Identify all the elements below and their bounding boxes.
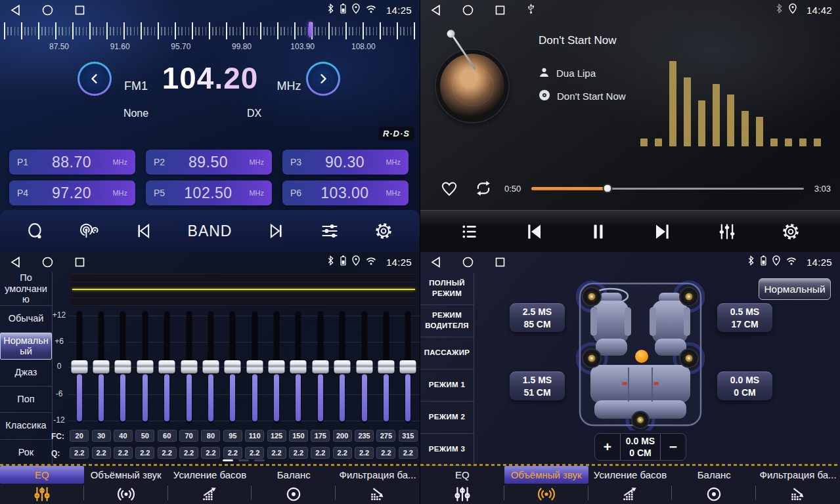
eq-slider-handle[interactable]	[225, 360, 241, 373]
car-seats-graphic[interactable]	[576, 278, 705, 430]
pause-button[interactable]	[589, 222, 608, 242]
nav-back-button[interactable]	[11, 257, 20, 268]
tune-down-button[interactable]	[135, 222, 152, 240]
progress-bar[interactable]	[531, 188, 803, 190]
q-value-box[interactable]: 2.2	[70, 447, 89, 459]
fc-value-box[interactable]: 95	[223, 430, 242, 442]
delay-front-right-button[interactable]: 0.5 MS17 CM	[717, 303, 772, 332]
eq-slider-handle[interactable]	[246, 360, 263, 373]
equalizer-button[interactable]	[718, 222, 736, 241]
fc-value-box[interactable]: 150	[289, 430, 308, 442]
nav-home-button[interactable]	[42, 5, 53, 16]
delay-rear-left-button[interactable]: 1.5 MS51 CM	[510, 371, 565, 400]
eq-slider-handle[interactable]	[269, 360, 285, 373]
band-button[interactable]: BAND	[188, 222, 232, 240]
eq-slider-handle[interactable]	[378, 360, 394, 373]
eq-preset-5[interactable]: Поп	[0, 387, 52, 413]
delay-front-left-button[interactable]: 2.5 MS85 CM	[510, 303, 565, 332]
tab-bass-boost[interactable]: Усиление басов	[168, 466, 252, 504]
q-value-box[interactable]: 2.2	[311, 447, 330, 459]
fc-value-box[interactable]: 200	[333, 430, 352, 442]
fc-value-box[interactable]: 275	[376, 430, 395, 442]
scan-button[interactable]	[27, 222, 44, 240]
eq-slider-handle[interactable]	[93, 360, 110, 373]
eq-slider-handle[interactable]	[115, 360, 131, 373]
fc-value-box[interactable]: 125	[267, 430, 286, 442]
eq-slider-handle[interactable]	[400, 360, 416, 373]
eq-slider-handle[interactable]	[290, 360, 307, 373]
surround-mode-1[interactable]: ПОЛНЫЙ РЕЖИМ	[420, 273, 474, 305]
q-value-box[interactable]: 2.2	[289, 447, 308, 459]
tab-surround-sound[interactable]: Объёмный звук	[504, 466, 588, 504]
q-value-box[interactable]: 2.2	[158, 447, 177, 459]
eq-preset-4[interactable]: Джаз	[0, 360, 52, 387]
nav-recents-button[interactable]	[75, 5, 85, 15]
stepper-plus-button[interactable]: +	[595, 434, 620, 460]
previous-track-button[interactable]	[524, 222, 544, 242]
tab-surround-sound[interactable]: Объёмный звук	[84, 466, 168, 504]
fc-value-box[interactable]: 80	[201, 430, 220, 442]
q-value-box[interactable]: 2.2	[399, 447, 418, 459]
q-value-box[interactable]: 2.2	[267, 447, 286, 459]
progress-knob[interactable]	[603, 184, 613, 194]
surround-mode-3[interactable]: ПАССАЖИР	[420, 337, 474, 369]
eq-preset-6[interactable]: Классика	[0, 413, 52, 440]
fc-value-box[interactable]: 110	[245, 430, 264, 442]
preset-button-p4[interactable]: P497.20MHz	[9, 180, 135, 205]
q-value-box[interactable]: 2.2	[376, 447, 395, 459]
surround-mode-5[interactable]: РЕЖИМ 2	[420, 402, 474, 434]
eq-preset-2[interactable]: Обычай	[0, 306, 52, 333]
surround-mode-6[interactable]: РЕЖИМ 3	[420, 434, 474, 466]
surround-mode-2[interactable]: РЕЖИМ ВОДИТЕЛЯ	[420, 305, 474, 337]
repeat-button[interactable]	[473, 180, 494, 197]
tab-filter[interactable]: Фильтрация ба...	[756, 466, 840, 504]
tab-filter[interactable]: Фильтрация ба...	[336, 466, 420, 504]
eq-slider-handle[interactable]	[202, 360, 219, 373]
q-value-box[interactable]: 2.2	[201, 447, 220, 459]
fc-value-box[interactable]: 60	[158, 430, 177, 442]
eq-slider-handle[interactable]	[159, 360, 175, 373]
surround-mode-4[interactable]: РЕЖИМ 1	[420, 369, 474, 402]
fc-value-box[interactable]: 50	[135, 430, 154, 442]
eq-slider-handle[interactable]	[181, 360, 197, 373]
playlist-button[interactable]	[460, 223, 479, 240]
q-value-box[interactable]: 2.2	[245, 447, 264, 459]
eq-preset-3[interactable]: Нормальный	[0, 333, 52, 360]
eq-slider-handle[interactable]	[71, 360, 87, 373]
nav-back-button[interactable]	[431, 5, 441, 16]
frequency-dial[interactable]	[4, 22, 416, 40]
tab-balance[interactable]: Баланс	[252, 466, 336, 504]
q-value-box[interactable]: 2.2	[179, 447, 198, 459]
fc-value-box[interactable]: 30	[92, 430, 111, 442]
next-track-button[interactable]	[653, 222, 673, 242]
preset-button-p2[interactable]: P289.50MHz	[146, 150, 272, 175]
tab-bass-boost[interactable]: Усиление басов	[588, 466, 673, 504]
preset-button-p5[interactable]: P5102.50MHz	[146, 180, 272, 205]
q-value-box[interactable]: 2.2	[333, 447, 352, 459]
tab-eq[interactable]: EQ	[420, 466, 504, 504]
nav-recents-button[interactable]	[75, 257, 85, 267]
preset-button-p3[interactable]: P390.30MHz	[282, 150, 409, 175]
fc-value-box[interactable]: 70	[179, 430, 198, 442]
tab-eq[interactable]: EQ	[0, 466, 84, 504]
fc-value-box[interactable]: 175	[311, 430, 330, 442]
fc-value-box[interactable]: 20	[70, 430, 89, 442]
fc-value-box[interactable]: 40	[114, 430, 133, 442]
eq-slider-handle[interactable]	[137, 360, 153, 373]
tab-balance[interactable]: Баланс	[672, 466, 756, 504]
seek-up-button[interactable]	[306, 62, 340, 96]
nav-home-button[interactable]	[462, 5, 474, 16]
nav-back-button[interactable]	[11, 5, 20, 16]
tune-up-button[interactable]	[268, 222, 285, 240]
settings-gear-button[interactable]	[782, 222, 800, 241]
stepper-minus-button[interactable]: −	[661, 434, 686, 460]
eq-slider-handle[interactable]	[334, 360, 351, 373]
seek-down-button[interactable]	[77, 62, 112, 96]
audio-settings-button[interactable]	[321, 222, 339, 240]
eq-preset-1[interactable]: По умолчанию	[0, 272, 52, 306]
q-value-box[interactable]: 2.2	[114, 447, 133, 459]
nav-home-button[interactable]	[462, 257, 474, 268]
q-value-box[interactable]: 2.2	[355, 447, 374, 459]
q-value-box[interactable]: 2.2	[223, 447, 242, 459]
q-value-box[interactable]: 2.2	[135, 447, 154, 459]
